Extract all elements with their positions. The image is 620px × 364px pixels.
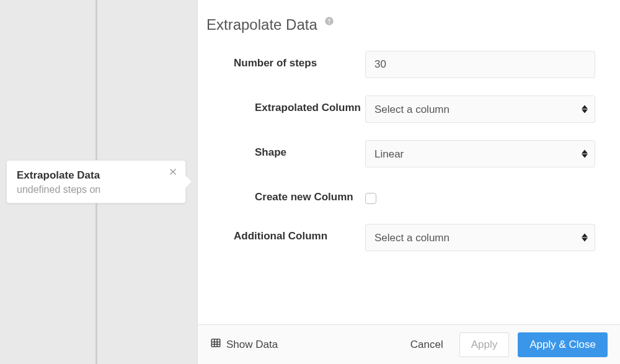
- config-panel: Extrapolate Data Number of steps Extrapo…: [197, 0, 620, 364]
- panel-title: Extrapolate Data: [206, 16, 317, 33]
- cancel-button[interactable]: Cancel: [399, 332, 454, 357]
- row-create-new-column: Create new Column: [223, 185, 595, 206]
- panel-footer: Show Data Cancel Apply Apply & Close: [198, 324, 620, 364]
- svg-rect-2: [211, 339, 220, 347]
- extrapolated-column-select[interactable]: Select a column: [365, 95, 595, 123]
- row-number-of-steps: Number of steps: [223, 51, 595, 78]
- node-card-title: Extrapolate Data: [17, 169, 175, 182]
- label-additional-column: Additional Column: [223, 224, 365, 242]
- node-card-subtitle: undefined steps on: [17, 184, 175, 195]
- create-new-column-checkbox[interactable]: [365, 193, 376, 204]
- row-shape: Shape Linear: [223, 140, 595, 167]
- node-card-extrapolate[interactable]: Extrapolate Data undefined steps on: [6, 160, 186, 203]
- label-extrapolated-column: Extrapolated Column: [223, 95, 365, 114]
- shape-select[interactable]: Linear: [365, 140, 595, 167]
- label-number-of-steps: Number of steps: [223, 51, 365, 69]
- show-data-label: Show Data: [226, 339, 278, 351]
- row-extrapolated-column: Extrapolated Column Select a column: [223, 95, 595, 123]
- label-shape: Shape: [223, 140, 365, 159]
- show-data-button[interactable]: Show Data: [210, 337, 278, 352]
- panel-body: Number of steps Extrapolated Column Sele…: [198, 40, 620, 324]
- number-of-steps-input[interactable]: [365, 51, 595, 78]
- apply-button[interactable]: Apply: [459, 332, 510, 357]
- row-additional-column: Additional Column Select a column: [223, 224, 595, 251]
- label-create-new-column: Create new Column: [223, 185, 365, 203]
- table-icon: [210, 337, 221, 352]
- apply-close-button[interactable]: Apply & Close: [518, 332, 608, 357]
- help-icon[interactable]: [324, 16, 335, 27]
- panel-header: Extrapolate Data: [198, 0, 620, 40]
- close-icon[interactable]: [167, 166, 179, 178]
- additional-column-select[interactable]: Select a column: [365, 224, 595, 251]
